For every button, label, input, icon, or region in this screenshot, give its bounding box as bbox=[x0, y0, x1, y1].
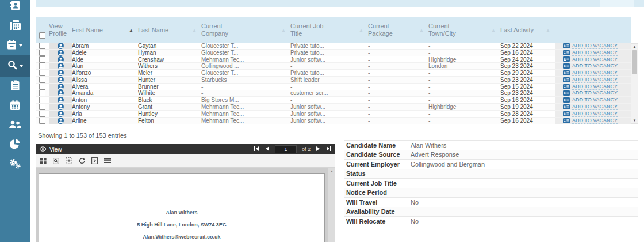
checkbox-icon[interactable] bbox=[39, 43, 45, 49]
view-profile-button[interactable] bbox=[49, 104, 72, 110]
open-page-icon[interactable] bbox=[91, 157, 98, 164]
checkbox-icon[interactable] bbox=[39, 118, 45, 124]
checkbox-icon[interactable] bbox=[39, 50, 45, 56]
view-profile-button[interactable] bbox=[49, 43, 72, 49]
add-to-vacancy-button[interactable]: ADD TO VACANCY bbox=[555, 50, 631, 56]
add-to-vacancy-button[interactable]: ADD TO VACANCY bbox=[555, 111, 631, 117]
add-to-vacancy-button[interactable]: ADD TO VACANCY bbox=[555, 70, 631, 76]
sort-icon[interactable]: ▲ bbox=[359, 27, 363, 34]
add-to-vacancy-button[interactable]: ADD TO VACANCY bbox=[555, 77, 631, 83]
table-scrollbar[interactable]: ▲ ▼ bbox=[631, 43, 638, 124]
add-to-vacancy-button[interactable]: ADD TO VACANCY bbox=[555, 97, 631, 103]
table-row[interactable]: Abram Gaytan Gloucester T... Private tut… bbox=[36, 43, 631, 50]
sidebar-item-reports[interactable] bbox=[0, 135, 30, 155]
first-page-button[interactable] bbox=[254, 146, 259, 153]
row-checkbox[interactable] bbox=[36, 97, 49, 103]
table-row[interactable]: Anton Black Big Stores M... - - - Sep 16… bbox=[36, 97, 631, 104]
add-to-vacancy-button[interactable]: ADD TO VACANCY bbox=[555, 43, 631, 49]
column-header-current-town-city[interactable]: Current Town/City▲ bbox=[428, 17, 500, 43]
scroll-up-icon[interactable]: ▲ bbox=[328, 168, 335, 175]
sort-asc-icon[interactable]: ▲ bbox=[129, 27, 133, 34]
next-page-button[interactable] bbox=[316, 146, 321, 153]
view-button[interactable]: View bbox=[49, 146, 62, 153]
checkbox-icon[interactable] bbox=[39, 90, 45, 96]
sort-icon[interactable]: ▲ bbox=[546, 27, 550, 34]
sidebar-item-search[interactable] bbox=[0, 55, 30, 77]
table-row[interactable]: Antony Grant Mehrmann Tec... Junior soft… bbox=[36, 104, 631, 111]
scrollbar-thumb[interactable] bbox=[632, 50, 637, 74]
table-row[interactable]: Alissa Hunter Starbucks Shift leader - -… bbox=[36, 77, 631, 84]
page-number-input[interactable]: 1 bbox=[275, 145, 297, 153]
checkbox-icon[interactable] bbox=[39, 104, 45, 110]
sort-icon[interactable]: ▲ bbox=[192, 27, 197, 34]
last-page-button[interactable] bbox=[326, 146, 332, 153]
text-view-icon[interactable] bbox=[104, 158, 111, 164]
table-row[interactable]: Amanda Wilhite - customer ser... - - Sep… bbox=[36, 90, 631, 97]
view-profile-button[interactable] bbox=[49, 97, 72, 103]
view-profile-button[interactable] bbox=[49, 56, 72, 63]
sidebar-item-contacts[interactable] bbox=[0, 0, 30, 16]
table-row[interactable]: Adele Hyman Gloucester T... Private tuto… bbox=[36, 50, 631, 56]
thumbnails-icon[interactable] bbox=[40, 158, 47, 164]
sort-icon[interactable]: ▲ bbox=[491, 27, 496, 34]
sidebar-item-calendar[interactable] bbox=[0, 96, 30, 116]
column-header-last-name[interactable]: Last Name▲ bbox=[138, 17, 201, 43]
rotate-icon[interactable] bbox=[79, 158, 85, 164]
column-header-current-company[interactable]: Current Company▲ bbox=[201, 17, 290, 43]
add-to-vacancy-button[interactable]: ADD TO VACANCY bbox=[555, 104, 631, 110]
checkbox-icon[interactable] bbox=[39, 56, 45, 63]
select-all-checkbox[interactable] bbox=[36, 17, 49, 43]
table-row[interactable]: Arla Huntley Mehrmann Tec... Junior soft… bbox=[36, 111, 631, 118]
table-row[interactable]: Alvera Brunner - - - - Sep 15 2024 ADD T… bbox=[36, 84, 631, 90]
view-profile-button[interactable] bbox=[49, 84, 72, 90]
row-checkbox[interactable] bbox=[36, 56, 49, 63]
column-header-current-package[interactable]: Current Package▲ bbox=[368, 17, 428, 43]
zoom-page-icon[interactable] bbox=[53, 158, 59, 164]
row-checkbox[interactable] bbox=[36, 77, 49, 83]
view-profile-button[interactable] bbox=[49, 50, 72, 56]
view-profile-button[interactable] bbox=[49, 118, 72, 124]
row-checkbox[interactable] bbox=[36, 50, 49, 56]
checkbox-icon[interactable] bbox=[39, 77, 45, 83]
previous-page-button[interactable] bbox=[264, 146, 270, 153]
sidebar-item-fax[interactable] bbox=[0, 16, 30, 36]
sidebar-item-settings[interactable] bbox=[0, 155, 30, 175]
sidebar-item-tasks[interactable] bbox=[0, 77, 30, 96]
row-checkbox[interactable] bbox=[36, 104, 49, 110]
column-header-first-name[interactable]: First Name▲ bbox=[72, 17, 138, 43]
scroll-down-icon[interactable]: ▼ bbox=[631, 118, 638, 123]
checkbox-icon[interactable] bbox=[39, 70, 45, 76]
column-header-current-job-title[interactable]: Current Job Title▲ bbox=[290, 17, 368, 43]
checkbox-icon[interactable] bbox=[39, 111, 45, 117]
checkbox-icon[interactable] bbox=[39, 32, 45, 39]
row-checkbox[interactable] bbox=[36, 70, 49, 76]
sidebar-item-calendar-menu[interactable] bbox=[0, 36, 30, 55]
checkbox-icon[interactable] bbox=[39, 97, 45, 103]
add-to-vacancy-button[interactable]: ADD TO VACANCY bbox=[555, 63, 631, 69]
sort-icon[interactable]: ▲ bbox=[419, 27, 424, 34]
checkbox-icon[interactable] bbox=[39, 84, 45, 90]
row-checkbox[interactable] bbox=[36, 84, 49, 90]
view-profile-button[interactable] bbox=[49, 70, 72, 76]
view-profile-button[interactable] bbox=[49, 63, 72, 69]
fit-page-icon[interactable] bbox=[66, 157, 72, 164]
add-to-vacancy-button[interactable]: ADD TO VACANCY bbox=[555, 90, 631, 97]
table-row[interactable]: Aide Crenshaw Mehrmann Tec... Junior sof… bbox=[36, 56, 631, 63]
table-row[interactable]: Alfonzo Meier Gloucester T... Private tu… bbox=[36, 70, 631, 77]
column-header-last-activity[interactable]: Last Activity▲ bbox=[500, 17, 555, 43]
scroll-up-icon[interactable]: ▲ bbox=[631, 44, 638, 50]
table-row[interactable]: Arline Felton Mehrmann Tec... Junior sof… bbox=[36, 118, 631, 124]
row-checkbox[interactable] bbox=[36, 63, 49, 69]
view-profile-button[interactable] bbox=[49, 77, 72, 83]
row-checkbox[interactable] bbox=[36, 111, 49, 117]
row-checkbox[interactable] bbox=[36, 118, 49, 124]
row-checkbox[interactable] bbox=[36, 43, 49, 49]
view-profile-button[interactable] bbox=[49, 111, 72, 117]
add-to-vacancy-button[interactable]: ADD TO VACANCY bbox=[555, 56, 631, 63]
row-checkbox[interactable] bbox=[36, 90, 49, 96]
sidebar-item-candidates[interactable] bbox=[0, 116, 30, 135]
checkbox-icon[interactable] bbox=[39, 63, 45, 69]
table-row[interactable]: Alan Withers Collingwood ... - - London … bbox=[36, 63, 631, 70]
view-profile-button[interactable] bbox=[49, 90, 72, 97]
sort-icon[interactable]: ▲ bbox=[281, 27, 286, 34]
